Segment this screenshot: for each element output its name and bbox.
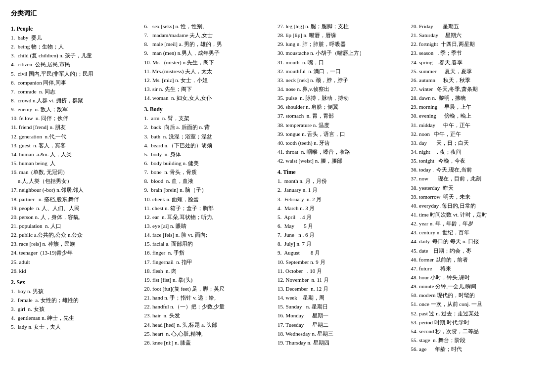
time-item-18: 18. Wednesday n. 星期三 — [278, 329, 407, 338]
time-item-19: 19. Thursday n. 星期四 — [278, 338, 407, 347]
body-item-14: 14. face [feis] n. 脸 vt. 面向; — [144, 230, 274, 239]
time-item-53: 53. period 时期,时代,学时 — [411, 318, 541, 327]
body-item-23: 23. hair n. 头发 — [144, 311, 274, 320]
body-item-27: 27. leg [leg] n. 腿；腿脚；支柱 — [278, 22, 407, 31]
body-item-36: 36. shoulder n. 肩膀；侧翼 — [278, 102, 407, 111]
time-item-4: 4. March n. 3 月 — [278, 204, 407, 213]
body-item-21: 21. hand n. 手；指针 v. 递；给, — [144, 293, 274, 302]
time-item-23: 23. season . 季；季节 — [411, 48, 541, 57]
body-item-20: 20. foot [fut](复 feet) 足，脚；英尺 — [144, 284, 274, 293]
people-item-21: 21. population n. 人口 — [11, 221, 140, 230]
sex-item-11: 11. Mrs.(mistress) 夫人，太太 — [144, 67, 274, 76]
body-item-1: 1. arm n. 臂，支架 — [144, 114, 274, 123]
time-item-51: 51. once 一次，从前 conj. 一旦 — [411, 300, 541, 308]
time-item-52: 52. past 过 n. 过去；走过某处 — [411, 309, 541, 318]
time-item-16: 16. Monday 星期一 — [278, 311, 407, 320]
body-item-5: 5. body n. 身体 — [144, 150, 274, 159]
section-body-title: 3. Body — [144, 106, 274, 112]
section-time-cont: 20. Friday 星期五 21. Saturday 星期六 22. fort… — [411, 22, 541, 353]
time-item-9: 9. August 8 月 — [278, 248, 407, 257]
people-item-24: 24. teenager (13-19)青少年 — [11, 248, 140, 257]
time-item-32: 32. noon 中午，正午 — [411, 130, 541, 138]
time-item-34: 34. night . 夜；夜间 — [411, 147, 541, 156]
body-item-7: 7. bone n. 骨头，骨质 — [144, 168, 274, 176]
time-item-29: 29. morning 早晨，上午 — [411, 102, 541, 111]
time-item-42: 42. year n. 年，年龄，年岁 — [411, 219, 541, 228]
body-item-10: 10. cheek n. 面颊，脸蛋 — [144, 195, 274, 204]
body-item-32: 32. mouthful n. 满口，一口 — [278, 67, 407, 76]
time-item-33: 33. day 天，日；白天 — [411, 138, 541, 147]
time-item-45: 45. date 日期；约会，枣 — [411, 246, 541, 255]
body-item-8: 8. blood n. 血，血液 — [144, 176, 274, 185]
time-item-3: 3. February n. 2 月 — [278, 195, 407, 204]
section-sex-cont: 6. sex [seks] n. 性，性别, 7. madam/madame 夫… — [144, 22, 274, 102]
body-item-2: 2. back 向后 a. 后面的 n. 背 — [144, 123, 274, 131]
time-item-14: 14. week 星期，周 — [278, 293, 407, 302]
time-item-26: 26. autumn 秋天，秋季 — [411, 76, 541, 85]
people-item-9: 9. enemy n. 敌人；敌军 — [11, 105, 140, 114]
body-item-3: 3. bath n. 洗澡；浴室；澡盆 — [144, 132, 274, 141]
time-item-24: 24. spring .春天,春季 — [411, 58, 541, 67]
body-item-33: 33. neck [nek] n. 颈，脖，脖子 — [278, 76, 407, 85]
time-item-50: 50. modern 现代的，时髦的 — [411, 291, 541, 300]
people-item-16b: n.人,人类（包括男女） — [11, 176, 140, 185]
body-item-35: 35. pulse n. 脉搏，脉动，搏动 — [278, 93, 407, 102]
time-item-47: 47. future 将来 — [411, 264, 541, 273]
sex-item-3: 3. girl n. 女孩 — [11, 305, 140, 313]
people-item-1: 1. baby 婴儿 — [11, 33, 140, 42]
body-item-18: 18. flesh n. 肉 — [144, 266, 274, 275]
people-item-17: 17. neighbour (-bor) n.邻居,邻人 — [11, 185, 140, 194]
people-item-20: 20. person n. 人，身体，容貌, — [11, 213, 140, 221]
people-item-15: 15. human being 人 — [11, 159, 140, 168]
sex-item-9: 9. man (men) n.男人，成年男子 — [144, 48, 274, 57]
people-item-14: 14. human a.&n. 人，人类 — [11, 150, 140, 159]
time-item-25: 25. summer 夏天，夏季 — [411, 67, 541, 76]
body-item-30: 30. moustache n. 小胡子（嘴唇上方） — [278, 48, 407, 57]
section-time: 4. Time 1. month n. 月，月份 2. January n. 1… — [278, 169, 407, 347]
time-item-6: 6. May 5 月 — [278, 221, 407, 230]
time-item-30: 30. evening 傍晚，晚上 — [411, 111, 541, 120]
time-item-27: 27. winter 冬天,冬季,萧条期 — [411, 85, 541, 93]
sex-item-4: 4. gentleman n. 绅士，先生 — [11, 313, 140, 322]
sex-item-8: 8. male [meil] a. 男的，雄的，男 — [144, 40, 274, 48]
people-item-26: 26. kid — [11, 266, 140, 275]
time-item-37: 37. now 现在，目前，此刻 — [411, 174, 541, 183]
time-item-12: 12. November n. 11 月 — [278, 275, 407, 284]
section-sex-title: 2. Sex — [11, 279, 140, 285]
sex-item-7: 7. madam/madame 夫人,女士 — [144, 31, 274, 40]
time-item-2: 2. January n. 1 月 — [278, 185, 407, 194]
body-item-41: 41. throat n. 咽喉，嗓音，窄路 — [278, 147, 407, 156]
time-item-48: 48. hour 小时，钟头,课时 — [411, 273, 541, 282]
time-item-41: 41. time 时间次数 vt. 计时，定时 — [411, 210, 541, 219]
sex-item-1: 1. boy n. 男孩 — [11, 287, 140, 296]
body-item-12: 12. ear n. 耳朵,耳状物；听力, — [144, 213, 274, 221]
section-body: 3. Body 1. arm n. 臂，支架 2. back 向后 a. 后面的… — [144, 106, 274, 347]
time-item-44: 44. daily 每日的 每天 n. 日报 — [411, 237, 541, 246]
people-item-2: 2. being 物；生物；人 — [11, 42, 140, 51]
column-2: 6. sex [seks] n. 性，性别, 7. madam/madame 夫… — [144, 22, 278, 347]
body-item-31: 31. mouth n. 嘴，口 — [278, 58, 407, 67]
body-item-13: 13. eye [ai] n. 眼睛 — [144, 221, 274, 230]
sex-item-6: 6. sex [seks] n. 性，性别, — [144, 22, 274, 31]
section-sex: 2. Sex 1. boy n. 男孩 2. female a. 女性的；雌性的… — [11, 279, 140, 332]
time-item-56: 56. age 年龄；时代 — [411, 345, 541, 353]
section-people-title: 1. People — [11, 26, 140, 32]
body-item-29: 29. lung n. 肺；肺脏，呼吸器 — [278, 40, 407, 48]
time-item-8: 8. July] n. 7 月 — [278, 239, 407, 248]
body-item-26: 26. knee [ni:] n. 膝盖 — [144, 338, 274, 347]
time-item-7: 7. June n . 6 月 — [278, 230, 407, 239]
people-item-10: 10. fellow n. 同伴；伙伴 — [11, 114, 140, 123]
people-item-8: 8. crowd n.人群 vt. 拥挤，群聚 — [11, 96, 140, 105]
people-item-13: 13. guest n. 客人，宾客 — [11, 141, 140, 150]
body-item-28: 28. lip [lip] n. 嘴唇，唇缘 — [278, 31, 407, 40]
people-item-25: 25. adult — [11, 258, 140, 266]
people-item-11: 11. friend [frend] n. 朋友 — [11, 123, 140, 131]
people-item-4: 4. citizen 公民,居民,市民 — [11, 60, 140, 69]
time-item-38: 38. yesterday 昨天 — [411, 183, 541, 192]
people-item-6: 6. companion 同伴,同事 — [11, 78, 140, 87]
section-body-cont: 27. leg [leg] n. 腿；腿脚；支柱 28. lip [lip] n… — [278, 22, 407, 165]
body-item-16: 16. finger n. 手指 — [144, 248, 274, 257]
body-item-42: 42. waist [weist] n. 腰，腰部 — [278, 156, 407, 165]
time-item-39: 39. tomorrow 明天，未来 — [411, 192, 541, 201]
people-item-12: 12. generation n.代,一代 — [11, 132, 140, 141]
